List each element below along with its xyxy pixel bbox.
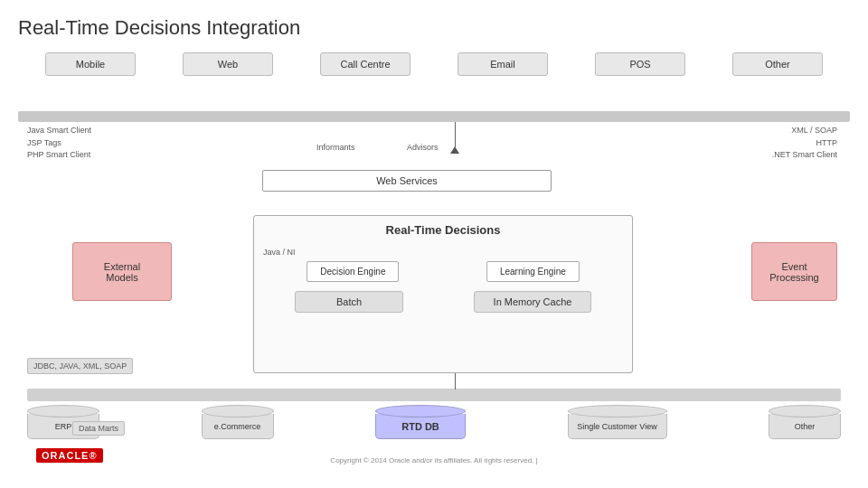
ecommerce-cyl-top	[202, 405, 274, 418]
external-models-box: External Models	[72, 242, 172, 301]
page-title: Real-Time Decisions Integration	[18, 16, 850, 40]
rtd-title: Real-Time Decisions	[386, 223, 501, 237]
channel-web: Web	[183, 52, 273, 76]
copyright-text: Copyright © 2014 Oracle and/or its affil…	[18, 456, 850, 465]
channel-pos: POS	[595, 52, 685, 76]
connector-rtd-bottom	[455, 373, 456, 389]
channel-callcentre: Call Centre	[320, 52, 410, 76]
other-cylinder: Other	[769, 405, 841, 439]
left-labels: Java Smart Client JSP Tags PHP Smart Cli…	[27, 125, 91, 162]
memory-cache-box: In Memory Cache	[474, 291, 591, 313]
other-cyl-top	[769, 405, 841, 418]
diagram-area: Mobile Web Call Centre Email POS Other J…	[18, 52, 850, 468]
slide: Real-Time Decisions Integration Mobile W…	[0, 0, 868, 488]
bottom-band	[27, 389, 841, 401]
channel-email: Email	[458, 52, 548, 76]
right-labels: XML / SOAP HTTP .NET Smart Client	[772, 125, 837, 162]
batch-box: Batch	[295, 291, 403, 313]
other-cyl-body: Other	[769, 414, 841, 439]
inform-arrow	[450, 146, 459, 154]
erp-cyl-top	[27, 405, 99, 418]
jdbc-label: JDBC, JAVA, XML, SOAP	[27, 358, 133, 374]
java-ni-label: Java / NI	[263, 248, 296, 257]
scv-cyl-top	[568, 405, 667, 418]
connector-top-ws	[455, 122, 456, 147]
datasource-row: ERP e.Commerce RTD DB Single Customer Vi…	[27, 405, 841, 439]
scv-cylinder: Single Customer View	[568, 405, 667, 439]
channel-row: Mobile Web Call Centre Email POS Other	[45, 52, 823, 76]
batch-row: Batch In Memory Cache	[254, 291, 632, 313]
ecommerce-cyl-body: e.Commerce	[202, 414, 274, 439]
advisors-label: Advisors	[407, 143, 439, 152]
channel-mobile: Mobile	[45, 52, 136, 76]
engine-row: Decision Engine Learning Engine	[254, 261, 632, 282]
data-marts-box: Data Marts	[72, 421, 125, 436]
rtddb-cyl-top	[375, 405, 466, 418]
rtddb-cylinder: RTD DB	[375, 405, 466, 439]
scv-cyl-body: Single Customer View	[568, 414, 667, 439]
rtddb-cyl-body: RTD DB	[375, 414, 466, 439]
decision-engine-box: Decision Engine	[307, 261, 399, 282]
webservices-box: Web Services	[262, 170, 552, 192]
event-processing-box: Event Processing	[751, 242, 837, 301]
top-band	[18, 111, 850, 122]
rtd-container: Real-Time Decisions Java / NI Decision E…	[253, 215, 633, 373]
learning-engine-box: Learning Engine	[486, 261, 580, 282]
channel-other: Other	[732, 52, 823, 76]
ecommerce-cylinder: e.Commerce	[202, 405, 274, 439]
data-marts-label: Data Marts	[72, 421, 125, 436]
informants-label: Informants	[316, 143, 355, 152]
